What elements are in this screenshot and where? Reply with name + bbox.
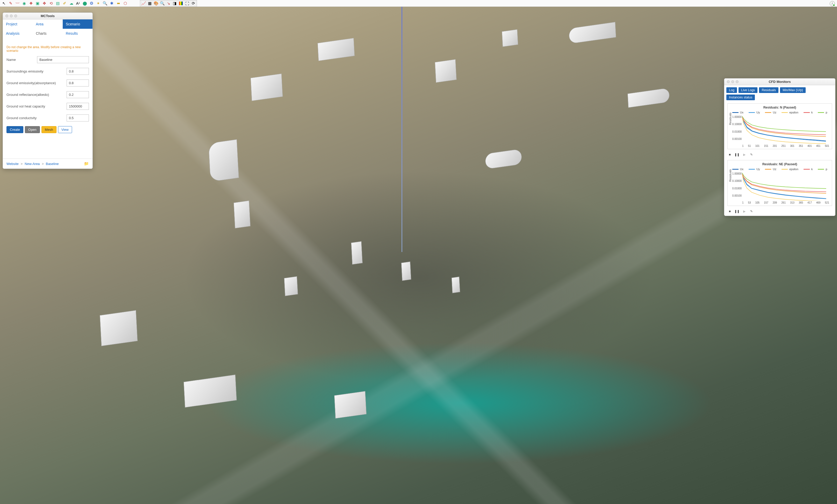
view-button[interactable]: View: [58, 126, 72, 133]
ground-emissivity-input[interactable]: [67, 79, 89, 87]
ground-conductivity-label: Ground conductvity: [6, 116, 67, 120]
ground-emissivity-label: Ground emissivity(absorptance): [6, 81, 67, 85]
chart-controls: ■❚❚▶✎: [724, 208, 835, 216]
breadcrumb-area[interactable]: New-Area: [24, 162, 40, 166]
maximize-icon[interactable]: [736, 80, 738, 83]
stop-icon[interactable]: ■: [728, 209, 732, 213]
svg-point-0: [832, 3, 833, 4]
zoom-fit-icon[interactable]: 🔍: [159, 1, 165, 6]
legend-swatch: [749, 169, 755, 170]
open-button[interactable]: Open: [25, 126, 40, 133]
pencil-icon[interactable]: ✎: [8, 1, 14, 6]
target-icon[interactable]: ◉: [21, 1, 27, 6]
legend-item: Ux: [732, 111, 744, 114]
wind-icon[interactable]: ↘: [165, 1, 171, 6]
search-icon[interactable]: 🔍: [102, 1, 108, 6]
edit-icon[interactable]: ✎: [750, 153, 753, 156]
cfd-tabs: Log Live Logs Residuals Min/Max (U/p) In…: [724, 85, 835, 102]
paint-icon[interactable]: ✐: [62, 1, 67, 6]
create-button[interactable]: Create: [6, 126, 23, 133]
cfd-tab-livelogs[interactable]: Live Logs: [738, 87, 758, 93]
chart-plot: [742, 172, 829, 201]
palette-icon[interactable]: 🎨: [153, 1, 159, 6]
tab-project[interactable]: Project: [3, 19, 33, 29]
tab-area[interactable]: Area: [33, 19, 63, 29]
toolbar-main: ↖ ✎ 〰 ◉ ❖ ▣ ✥ ⟲ ▤ ✐ ☁ A¹ ⬤ ❂ ✴ 🔍 ✱ ⬌ ⬡: [0, 0, 837, 7]
cfd-titlebar[interactable]: CFD Monitors: [724, 78, 835, 85]
breadcrumb-scenario[interactable]: Baseline: [46, 162, 59, 166]
grid-icon[interactable]: ▦: [147, 1, 153, 6]
profile-avatar[interactable]: [830, 1, 835, 6]
breadcrumb-website[interactable]: Website: [6, 162, 19, 166]
folder-icon[interactable]: 📁: [84, 161, 89, 166]
warning-text: Do not change the area. Modify before cr…: [6, 45, 89, 53]
globe-icon[interactable]: ❂: [89, 1, 94, 6]
fullscreen-icon[interactable]: ⛶: [184, 1, 190, 6]
legend-item: k: [804, 111, 813, 114]
x-ticks: 153105157209261313365417469521: [742, 201, 829, 204]
ground-heat-capacity-input[interactable]: [67, 103, 89, 110]
surroundings-emissivity-label: Surroundings emissivity: [6, 70, 67, 73]
bubble-icon[interactable]: ☁: [68, 1, 74, 6]
shade-icon[interactable]: ◨: [172, 1, 178, 6]
ground-conductivity-input[interactable]: [67, 114, 89, 122]
sphere-icon[interactable]: ⬤: [82, 1, 88, 6]
surroundings-emissivity-input[interactable]: [67, 68, 89, 75]
name-input[interactable]: [37, 56, 89, 63]
legend-item: Uz: [765, 111, 776, 114]
close-icon[interactable]: [727, 80, 730, 83]
axes-icon[interactable]: 📈: [141, 1, 146, 6]
play-icon[interactable]: ▶: [743, 153, 746, 156]
cfd-monitors-panel: CFD Monitors Log Live Logs Residuals Min…: [724, 78, 835, 216]
stop-icon[interactable]: ■: [728, 153, 732, 156]
edit-icon[interactable]: ✎: [750, 209, 753, 213]
label-icon[interactable]: A¹: [75, 1, 81, 6]
tab-analysis[interactable]: Analysis: [3, 29, 33, 38]
legend-item: epsilon: [782, 111, 798, 114]
legend-item: p: [818, 168, 827, 171]
pause-icon[interactable]: ❚❚: [735, 153, 739, 156]
tab-scenario[interactable]: Scenario: [63, 19, 92, 29]
edit-doc-icon[interactable]: ▤: [55, 1, 61, 6]
pause-icon[interactable]: ❚❚: [735, 209, 739, 213]
play-icon[interactable]: ▶: [743, 209, 746, 213]
minimize-icon[interactable]: [10, 15, 13, 17]
y-ticks: 1.000000.100000.010000.00100: [731, 172, 742, 197]
cfd-tab-log[interactable]: Log: [726, 87, 737, 93]
tab-results[interactable]: Results: [63, 29, 92, 38]
cfd-tab-residuals[interactable]: Residuals: [759, 87, 779, 93]
layers-icon[interactable]: ❖: [28, 1, 34, 6]
legend-swatch: [782, 112, 788, 113]
join-icon[interactable]: ✱: [109, 1, 114, 6]
dimension-icon[interactable]: ⬌: [115, 1, 121, 6]
wand-icon[interactable]: ✴: [95, 1, 101, 6]
cursor-icon[interactable]: ↖: [1, 1, 7, 6]
tab-charts[interactable]: Charts: [33, 29, 63, 38]
legend-label: Ux: [740, 111, 744, 114]
legend-label: Uy: [756, 111, 760, 114]
legend-swatch: [782, 169, 788, 170]
viewport-3d[interactable]: [0, 0, 837, 504]
residuals-chart: Residuals: NE (Paused)UxUyUzepsilonkpRes…: [727, 160, 832, 206]
mesh-button[interactable]: Mesh: [41, 126, 56, 133]
colorbar-icon[interactable]: [178, 1, 184, 6]
curve-icon[interactable]: 〰: [15, 1, 20, 6]
move-icon[interactable]: ✥: [41, 1, 47, 6]
breadcrumb: Website > New-Area > Baseline 📁: [3, 158, 92, 169]
chevron-right-icon: >: [21, 162, 23, 166]
shield-icon[interactable]: ⬡: [122, 1, 128, 6]
maximize-icon[interactable]: [14, 15, 17, 17]
mctools-titlebar[interactable]: MCTools: [3, 13, 92, 19]
cfd-tab-minmax[interactable]: Min/Max (U/p): [780, 87, 805, 93]
cube-icon[interactable]: ▣: [35, 1, 40, 6]
legend-item: p: [818, 111, 827, 114]
minimize-icon[interactable]: [731, 80, 734, 83]
legend-swatch: [749, 112, 755, 113]
refresh-icon[interactable]: ⟳: [191, 1, 196, 6]
chevron-right-icon: >: [42, 162, 44, 166]
cfd-tab-instances[interactable]: Instances status: [726, 95, 755, 100]
ground-reflectance-input[interactable]: [67, 91, 89, 98]
name-label: Name: [6, 58, 37, 62]
rotate-icon[interactable]: ⟲: [48, 1, 54, 6]
close-icon[interactable]: [5, 15, 8, 17]
